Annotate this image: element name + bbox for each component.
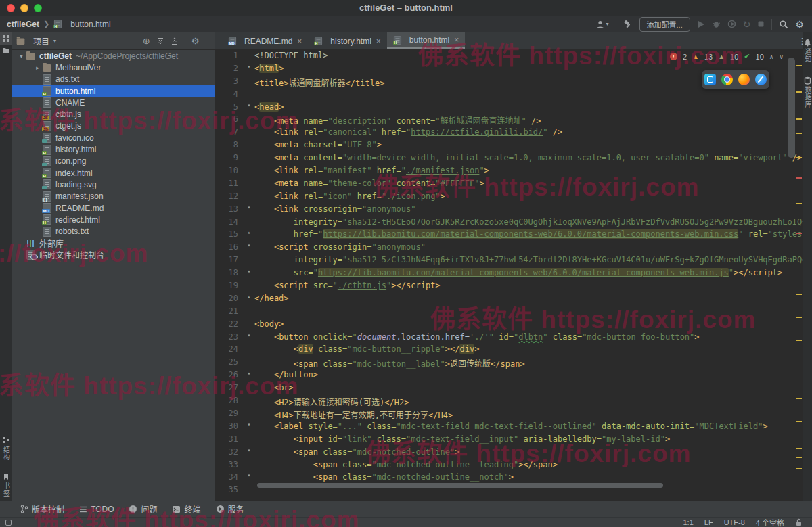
tool-stripe-database-button[interactable]: 数据库 — [802, 74, 812, 110]
chrome-browser-icon[interactable] — [721, 74, 733, 85]
rerun-coverage-icon[interactable]: ↻ — [743, 20, 751, 29]
run-icon[interactable] — [697, 20, 705, 28]
fold-marker-icon[interactable]: ▾ — [244, 472, 254, 485]
tree-item-README.md[interactable]: README.md — [12, 202, 215, 214]
close-window-button[interactable] — [7, 4, 15, 12]
warning-stripe-mark[interactable] — [796, 468, 802, 469]
tool-window-button-问题[interactable]: 问题 — [129, 503, 157, 515]
minimize-window-button[interactable] — [20, 4, 28, 12]
indent-setting[interactable]: 4 个空格 — [756, 517, 784, 527]
tree-item-loading.svg[interactable]: loading.svg — [12, 179, 215, 190]
warning-stripe-mark[interactable] — [796, 133, 802, 134]
tree-item-临时文件和控制台[interactable]: 临时文件和控制台 — [12, 249, 215, 260]
error-stripe-mark[interactable] — [796, 233, 802, 234]
fold-marker-icon[interactable]: ▴ — [244, 370, 254, 383]
panel-settings-gear-icon[interactable]: ⚙ — [191, 37, 200, 45]
fold-marker-icon[interactable]: ▾ — [244, 102, 254, 115]
warning-stripe-mark[interactable] — [796, 118, 802, 120]
expand-all-icon[interactable] — [156, 37, 164, 45]
warning-stripe-mark[interactable] — [796, 457, 802, 458]
tree-item-ads.txt[interactable]: ads.txt — [12, 74, 215, 85]
debug-icon[interactable] — [712, 20, 721, 28]
tree-item-icon.png[interactable]: icon.png — [12, 156, 215, 167]
tool-stripe-structure-button[interactable]: 结构 — [0, 434, 12, 463]
warning-stripe-mark[interactable] — [796, 157, 802, 158]
tab-history.html[interactable]: history.html× — [308, 32, 386, 49]
horizontal-scrollbar[interactable] — [257, 483, 663, 488]
firefox-browser-icon[interactable] — [738, 74, 750, 85]
code-editor[interactable]: 1<!DOCTYPE html>2▾<html>3<title>城通网盘解析器<… — [215, 50, 803, 501]
fold-marker-icon[interactable]: ▾ — [244, 64, 254, 76]
tree-item-button.html[interactable]: button.html — [12, 85, 215, 97]
warning-stripe-mark[interactable] — [796, 448, 802, 449]
fold-marker-icon[interactable]: ▴ — [244, 229, 254, 242]
error-stripe-mark[interactable] — [796, 177, 802, 179]
tree-item-ctbtn.js[interactable]: ctbtn.js — [12, 108, 215, 120]
line-ending[interactable]: LF — [704, 518, 713, 526]
warning-stripe-mark[interactable] — [796, 398, 802, 399]
chevron-down-icon[interactable]: ▾ — [53, 39, 56, 44]
tool-window-switcher-icon[interactable] — [5, 520, 12, 526]
inspections-widget[interactable]: !2 ▲13 ▲10 ✔10 ∧ ∨ — [670, 52, 784, 61]
tree-item-robots.txt[interactable]: robots.txt — [12, 225, 215, 237]
tool-window-button-终端[interactable]: 终端 — [172, 503, 200, 515]
tree-item-ctfileGet[interactable]: ▾ctfileGet~/AppCodeProjects/ctfileGet — [12, 50, 215, 62]
fold-marker-icon[interactable]: ▾ — [244, 421, 254, 434]
tree-item-index.html[interactable]: index.html — [12, 167, 215, 179]
tool-stripe-project-button[interactable] — [0, 45, 12, 56]
file-encoding[interactable]: UTF-8 — [724, 518, 745, 526]
project-tree[interactable]: ▾ctfileGet~/AppCodeProjects/ctfileGet▸Me… — [12, 50, 215, 501]
close-tab-icon[interactable]: × — [454, 35, 459, 45]
tree-item-redirect.html[interactable]: redirect.html — [12, 214, 215, 225]
tree-item-CNAME[interactable]: CNAME — [12, 97, 215, 108]
tool-window-button-版本控制[interactable]: 版本控制 — [20, 503, 64, 515]
tree-chevron-icon[interactable]: ▾ — [16, 53, 26, 60]
unlock-icon[interactable] — [795, 518, 803, 526]
close-tab-icon[interactable]: × — [376, 37, 381, 46]
tab-button.html[interactable]: button.html× — [387, 32, 465, 49]
stop-icon[interactable] — [757, 20, 765, 28]
hide-panel-icon[interactable]: − — [205, 37, 210, 45]
tool-window-button-TODO[interactable]: TODO — [79, 505, 114, 514]
fold-marker-icon[interactable]: ▾ — [244, 332, 254, 345]
warning-stripe-mark[interactable] — [796, 421, 802, 422]
tree-item-favicon.ico[interactable]: favicon.ico — [12, 132, 215, 143]
warning-stripe-mark[interactable] — [796, 65, 802, 66]
next-issue-icon[interactable]: ∨ — [779, 53, 784, 60]
tool-window-button-服务[interactable]: 服务 — [216, 503, 244, 515]
tree-item-history.html[interactable]: history.html — [12, 143, 215, 155]
warning-stripe-mark[interactable] — [796, 317, 802, 318]
fold-marker-icon[interactable]: ▾ — [244, 447, 254, 460]
prev-issue-icon[interactable]: ∧ — [769, 53, 774, 60]
user-menu[interactable]: ▾ — [595, 20, 609, 29]
settings-gear-icon[interactable]: ⚙ — [795, 20, 804, 29]
caret-position[interactable]: 1:1 — [683, 518, 694, 526]
fold-marker-icon[interactable]: ▴ — [244, 268, 254, 281]
tree-item-ctget.js[interactable]: ctget.js — [12, 120, 215, 132]
fold-marker-icon[interactable]: ▾ — [244, 204, 254, 217]
tool-stripe-grid-button[interactable] — [0, 32, 12, 45]
fold-marker-icon[interactable]: ▴ — [244, 294, 254, 306]
zoom-window-button[interactable] — [34, 4, 42, 12]
project-panel-title[interactable]: 项目 — [33, 35, 49, 47]
tool-stripe-notifications-button[interactable]: 通知 — [802, 37, 812, 65]
warning-stripe-mark[interactable] — [796, 294, 802, 295]
tree-item-外部库[interactable]: 外部库 — [12, 237, 215, 249]
breadcrumb-file[interactable]: button.html — [70, 20, 110, 29]
breadcrumb-project[interactable]: ctfileGet — [7, 20, 39, 29]
warning-stripe-mark[interactable] — [796, 340, 802, 341]
vertical-scrollbar[interactable] — [788, 58, 795, 158]
add-configuration-button[interactable]: 添加配置... — [639, 17, 690, 32]
tree-item-manifest.json[interactable]: manifest.json — [12, 191, 215, 202]
safari-browser-icon[interactable] — [755, 74, 767, 85]
tree-chevron-icon[interactable]: ▸ — [32, 64, 43, 71]
locate-file-icon[interactable]: ⊕ — [143, 37, 150, 45]
build-hammer-icon[interactable] — [623, 20, 633, 29]
close-tab-icon[interactable]: × — [297, 37, 302, 46]
tree-item-MethanolVer[interactable]: ▸MethanolVer — [12, 62, 215, 73]
collapse-all-icon[interactable] — [171, 37, 179, 45]
warning-stripe-mark[interactable] — [796, 203, 802, 204]
builtin-preview-icon[interactable] — [704, 74, 716, 85]
tab-README.md[interactable]: README.md× — [222, 32, 308, 49]
search-everywhere-icon[interactable] — [779, 20, 788, 29]
